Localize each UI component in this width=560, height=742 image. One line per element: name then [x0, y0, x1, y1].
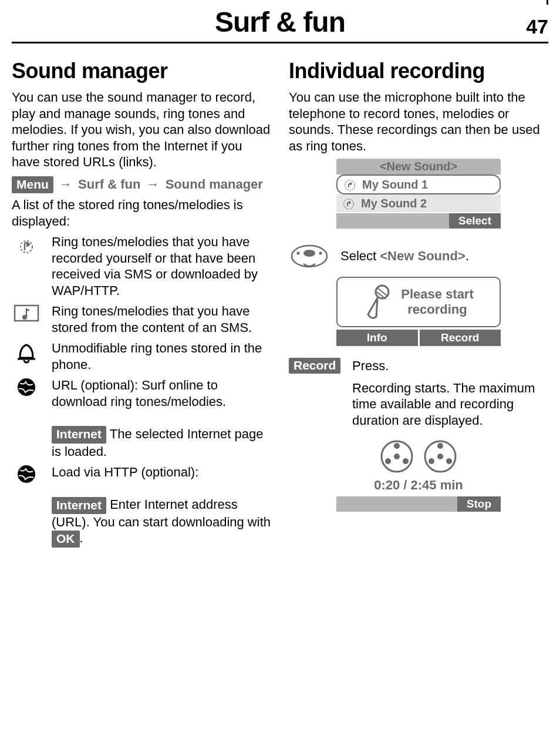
- list-header-new-sound[interactable]: <New Sound>: [336, 159, 501, 174]
- page-number: 47: [526, 15, 548, 38]
- list-item: Load via HTTP (optional): Internet Enter…: [12, 464, 271, 548]
- record-icon: [341, 196, 356, 211]
- prompt-line-1: Please start: [401, 287, 474, 302]
- svg-point-7: [345, 180, 355, 190]
- nav-instruction-text: Select <New Sound>.: [340, 248, 548, 264]
- individual-recording-intro: You can use the microphone built into th…: [289, 89, 548, 154]
- section-heading-sound-manager: Sound manager: [12, 59, 271, 83]
- record-badge: Record: [289, 358, 340, 374]
- bell-icon: [15, 340, 38, 365]
- record-instruction-row: Record Press. Recording starts. The maxi…: [289, 358, 548, 428]
- path-seg-sound-manager: Sound manager: [166, 177, 263, 192]
- svg-point-27: [429, 458, 434, 464]
- softkey-stop[interactable]: Stop: [457, 496, 501, 512]
- svg-point-3: [22, 315, 27, 320]
- internet-badge: Internet: [52, 426, 106, 443]
- svg-point-20: [394, 443, 400, 449]
- svg-point-10: [348, 201, 351, 204]
- arrow-icon: →: [57, 177, 75, 192]
- list-item-text: Unmodifiable ring tones stored in the ph…: [52, 340, 271, 372]
- record-icon: [15, 234, 38, 257]
- softkey-select[interactable]: Select: [449, 213, 501, 229]
- list-item-my-sound-2[interactable]: My Sound 2: [336, 194, 501, 212]
- record-instruction-detail: Recording starts. The maximum time avail…: [352, 380, 548, 429]
- record-instruction-press: Press.: [352, 358, 548, 374]
- ok-badge: OK: [52, 531, 80, 548]
- phone-screen-record-prompt: Please start recording: [336, 277, 501, 327]
- list-item-text: Ring tones/melodies that you have stored…: [52, 303, 271, 335]
- svg-point-25: [437, 443, 443, 449]
- svg-point-19: [394, 454, 400, 459]
- menu-path: Menu → Surf & fun → Sound manager: [12, 176, 271, 194]
- header-title: Surf & fun: [215, 6, 345, 38]
- svg-point-1: [26, 243, 30, 246]
- right-column: Individual recording You can use the mic…: [289, 53, 548, 552]
- svg-point-26: [446, 458, 452, 464]
- section-heading-individual-recording: Individual recording: [289, 59, 548, 83]
- svg-point-24: [437, 454, 443, 459]
- svg-point-14: [319, 252, 322, 255]
- reel-icon: [423, 439, 458, 474]
- note-box-icon: [14, 303, 39, 323]
- svg-point-12: [303, 250, 315, 257]
- reel-icon: [379, 439, 414, 474]
- list-item: Ring tones/melodies that you have record…: [12, 234, 271, 298]
- list-item: URL (optional): Surf online to download …: [12, 377, 271, 459]
- microphone-icon: [363, 284, 393, 320]
- nav-key-icon: [290, 243, 329, 270]
- path-seg-surf-fun: Surf & fun: [78, 177, 140, 192]
- record-icon: [342, 177, 357, 192]
- globe-icon: [16, 377, 36, 397]
- sound-manager-intro: You can use the sound manager to record,…: [12, 89, 271, 170]
- softkey-info[interactable]: Info: [336, 330, 418, 346]
- list-item-text: Load via HTTP (optional): Internet Enter…: [52, 464, 271, 548]
- left-column: Sound manager You can use the sound mana…: [12, 53, 271, 552]
- svg-point-5: [18, 378, 35, 396]
- list-item: Ring tones/melodies that you have stored…: [12, 303, 271, 335]
- list-item-text: Ring tones/melodies that you have record…: [52, 234, 271, 298]
- phone-screen-recording: 0:20 / 2:45 min Stop: [336, 439, 501, 512]
- nav-instruction-row: Select <New Sound>.: [289, 243, 548, 270]
- arrow-icon: →: [144, 177, 162, 192]
- svg-point-13: [297, 252, 300, 255]
- list-intro: A list of the stored ring tones/melodies…: [12, 197, 271, 229]
- menu-badge: Menu: [12, 176, 53, 193]
- page-header: Surf & fun 47: [12, 0, 548, 43]
- svg-point-21: [403, 458, 409, 464]
- svg-point-6: [18, 465, 35, 483]
- svg-point-9: [344, 199, 354, 209]
- internet-badge: Internet: [52, 497, 106, 514]
- svg-point-22: [385, 458, 391, 464]
- list-item: Unmodifiable ring tones stored in the ph…: [12, 340, 271, 372]
- globe-icon: [16, 464, 36, 484]
- softkey-record[interactable]: Record: [420, 330, 501, 346]
- prompt-line-2: recording: [401, 302, 474, 317]
- list-item-my-sound-1[interactable]: My Sound 1: [336, 174, 501, 194]
- svg-point-8: [349, 182, 352, 185]
- recording-time: 0:20 / 2:45 min: [336, 478, 501, 493]
- phone-screen-sound-list: <New Sound> My Sound 1 My Sound: [336, 159, 501, 229]
- list-item-text: URL (optional): Surf online to download …: [52, 377, 271, 459]
